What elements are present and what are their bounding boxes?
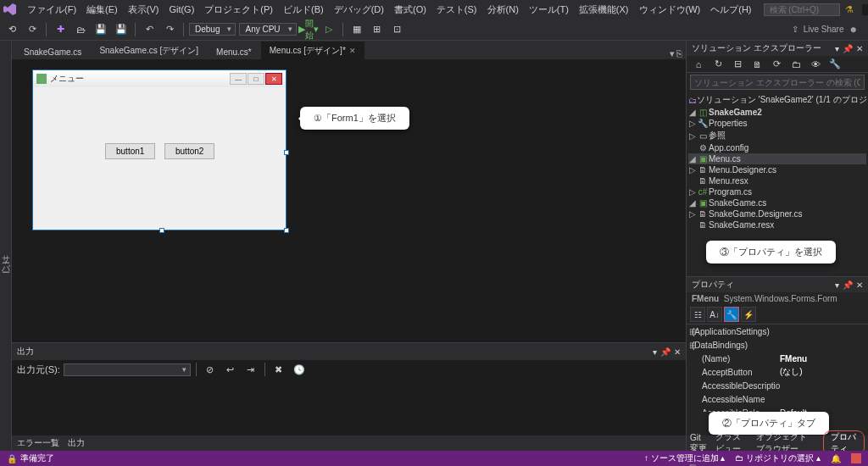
platform-combo[interactable]: Any CPU	[239, 23, 296, 36]
property-row[interactable]: AccessibleName	[687, 392, 868, 406]
save-all-icon[interactable]: 💾	[113, 21, 130, 38]
close-tab-icon[interactable]: ✕	[349, 47, 356, 55]
menu-bar: ファイル(F) 編集(E) 表示(V) Git(G) プロジェクト(P) ビルド…	[0, 0, 868, 19]
menu-file[interactable]: ファイル(F)	[22, 2, 81, 18]
tab-snakegame-cs[interactable]: SnakeGame.cs	[15, 44, 90, 59]
solution-explorer-header: ソリューション エクスプローラー ▾📌✕	[687, 41, 868, 56]
menu-test[interactable]: テスト(S)	[431, 2, 482, 18]
button1[interactable]: button1	[105, 143, 155, 159]
output-clock-icon[interactable]: 🕓	[291, 361, 308, 378]
sln-showfiles-icon[interactable]: 🗎	[748, 56, 765, 73]
tabs-dropdown-icon[interactable]: ▾	[670, 48, 675, 59]
output-close-icon[interactable]: ✕	[674, 347, 681, 357]
solution-tree[interactable]: 🗂ソリューション 'SnakeGame2' (1/1 のプロジェクト) ◢◫Sn…	[687, 92, 868, 236]
menu-window[interactable]: ウィンドウ(W)	[634, 2, 706, 18]
new-item-icon[interactable]: ✚	[52, 21, 69, 38]
errorlist-tab[interactable]: エラー一覧	[17, 437, 59, 449]
nav-back-icon[interactable]: ⟲	[3, 21, 20, 38]
menu-analyze[interactable]: 分析(N)	[482, 2, 524, 18]
prop-properties-icon[interactable]: 🔧	[724, 307, 739, 322]
panel-pin-icon[interactable]: 📌	[843, 44, 853, 53]
nav-fwd-icon[interactable]: ⟳	[24, 21, 41, 38]
status-repo-select[interactable]: 🗀 リポジトリの選択 ▴	[735, 452, 821, 464]
feedback-icon[interactable]: ☻	[849, 25, 858, 34]
sln-refresh-icon[interactable]: ⟳	[768, 56, 785, 73]
panel-close-icon[interactable]: ✕	[856, 44, 863, 53]
property-row[interactable]: ⊞(DataBindings)	[687, 338, 868, 352]
sln-props-icon[interactable]: 🗀	[787, 56, 804, 73]
form-designer-surface[interactable]: メニュー — □ ✕ button1 button2 ①「Form1」を選択	[12, 59, 686, 342]
output-stop-icon[interactable]: ✖	[270, 361, 287, 378]
properties-panel: プロパティ ▾📌✕ FMenu System.Windows.Forms.For…	[687, 276, 868, 451]
sln-home-icon[interactable]: ⌂	[690, 56, 707, 73]
output-tab[interactable]: 出力	[68, 437, 85, 449]
form-minimize-icon: —	[230, 73, 247, 85]
output-panel: 出力 ▾📌✕ 出力元(S): ⊘ ↩ ⇥ ✖ 🕓 エラー一覧 出力	[12, 342, 686, 451]
property-row[interactable]: AcceptButton(なし)	[687, 365, 868, 379]
tab-menu-cs[interactable]: Menu.cs*	[208, 44, 260, 59]
left-tool-gutter[interactable]: サーバー ツール	[0, 41, 12, 451]
output-pin-icon[interactable]: ▾	[653, 347, 657, 357]
property-row[interactable]: AccessibleDescription	[687, 379, 868, 392]
menu-format[interactable]: 書式(O)	[389, 2, 431, 18]
prop-dropdown-icon[interactable]: ▾	[835, 280, 839, 290]
solution-search-input[interactable]	[690, 75, 865, 90]
server-explorer-tab[interactable]: サーバー	[0, 249, 11, 268]
panel-dropdown-icon[interactable]: ▾	[835, 44, 839, 53]
output-wrap-icon[interactable]: ↩	[222, 361, 239, 378]
prop-events-icon[interactable]: ⚡	[741, 307, 756, 322]
property-row[interactable]: ⊞(ApplicationSettings)	[687, 325, 868, 338]
menu-debug[interactable]: デバッグ(D)	[329, 2, 389, 18]
grid-icon-1[interactable]: ▦	[348, 21, 365, 38]
output-source-combo[interactable]	[64, 363, 191, 376]
start-nodebug-icon[interactable]: ▷	[320, 21, 337, 38]
property-row[interactable]: (Name)FMenu	[687, 352, 868, 365]
undo-icon[interactable]: ↶	[141, 21, 158, 38]
form-window[interactable]: メニュー — □ ✕ button1 button2	[32, 69, 287, 230]
property-row[interactable]: AccessibleRoleDefault	[687, 406, 868, 412]
liveshare-icon[interactable]: ⇪	[792, 25, 798, 34]
button2[interactable]: button2	[164, 143, 214, 159]
tab-menu-design[interactable]: Menu.cs [デザイン]*✕	[261, 42, 364, 59]
output-goto-icon[interactable]: ⇥	[242, 361, 259, 378]
object-browser-tab[interactable]: オブジェクト ブラウザー	[756, 431, 816, 451]
tabs-pin-icon[interactable]: ⎘	[676, 48, 682, 59]
status-bar: 🔒 準備完了 ↑ ソース管理に追加 ▴ 🗀 リポジトリの選択 ▴ 🔔	[0, 451, 868, 466]
menu-git[interactable]: Git(G)	[164, 3, 199, 16]
menu-help[interactable]: ヘルプ(H)	[705, 2, 756, 18]
status-notification-icon[interactable]: 🔔	[831, 454, 841, 463]
properties-tab[interactable]: プロパティ	[823, 430, 865, 451]
sln-preview-icon[interactable]: 👁	[807, 56, 824, 73]
start-debug-button[interactable]: ▶ 開始 ▾	[300, 21, 317, 38]
prop-categorized-icon[interactable]: ☷	[690, 307, 705, 322]
status-source-control[interactable]: ↑ ソース管理に追加 ▴	[644, 452, 726, 464]
save-icon[interactable]: 💾	[92, 21, 109, 38]
menu-build[interactable]: ビルド(B)	[278, 2, 329, 18]
class-view-tab[interactable]: クラス ビュー	[715, 431, 748, 451]
prop-pin-icon[interactable]: 📌	[843, 280, 853, 290]
sln-wrench-icon[interactable]: 🔧	[826, 56, 843, 73]
align-icon[interactable]: ⊞	[369, 21, 386, 38]
output-auto-icon[interactable]: 📌	[660, 347, 670, 357]
redo-icon[interactable]: ↷	[161, 21, 178, 38]
menu-edit[interactable]: 編集(E)	[81, 2, 123, 18]
search-input[interactable]	[764, 3, 840, 16]
git-changes-tab[interactable]: Git 変更	[690, 433, 709, 452]
tab-snakegame-design[interactable]: SnakeGame.cs [デザイン]	[91, 42, 207, 59]
grid-icon-2[interactable]: ⊡	[389, 21, 406, 38]
liveshare-label[interactable]: Live Share	[804, 25, 844, 34]
status-error-indicator[interactable]	[851, 453, 861, 463]
menu-view[interactable]: 表示(V)	[123, 2, 164, 18]
prop-close-icon[interactable]: ✕	[856, 280, 863, 290]
menu-extensions[interactable]: 拡張機能(X)	[574, 2, 634, 18]
sln-sync-icon[interactable]: ↻	[709, 56, 726, 73]
menu-tools[interactable]: ツール(T)	[524, 2, 574, 18]
form-maximize-icon: □	[248, 73, 264, 85]
sln-collapse-icon[interactable]: ⊟	[729, 56, 746, 73]
prop-alpha-icon[interactable]: A↓	[707, 307, 722, 322]
menu-project[interactable]: プロジェクト(P)	[199, 2, 278, 18]
open-icon[interactable]: 🗁	[72, 21, 89, 38]
status-lock-icon: 🔒	[7, 454, 17, 463]
output-clear-icon[interactable]: ⊘	[202, 361, 219, 378]
config-combo[interactable]: Debug	[189, 23, 236, 36]
